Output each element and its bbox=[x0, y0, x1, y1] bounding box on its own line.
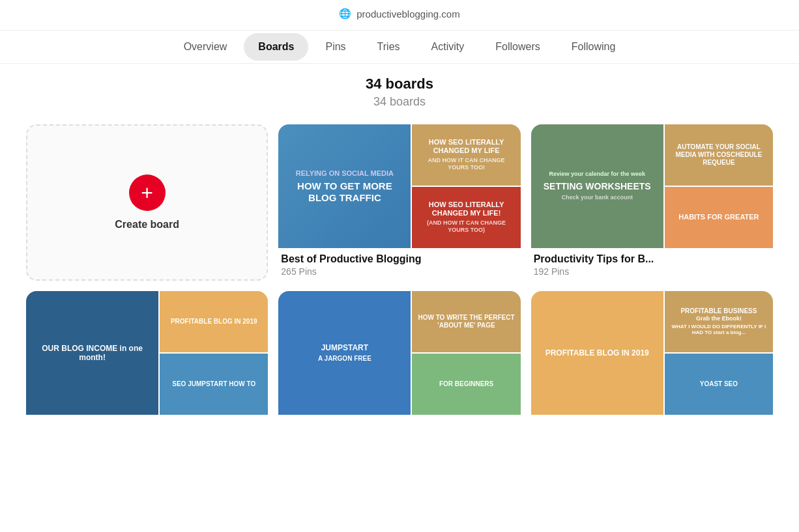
board-images: PROFITABLE BLOG IN 2019 PROFITABLE BUSIN… bbox=[531, 291, 773, 415]
board-title bbox=[29, 420, 265, 433]
board-info bbox=[278, 415, 520, 437]
board-info: Productivity Tips for B... 192 Pins bbox=[531, 248, 773, 279]
boards-grid: + Create board RELYING ON SOCIAL MEDIA H… bbox=[0, 114, 799, 447]
board-img-stack-bottom: YOAST SEO bbox=[665, 354, 773, 415]
tab-followers[interactable]: Followers bbox=[481, 33, 554, 61]
board-images: OUR BLOG INCOME in one month! PROFITABLE… bbox=[26, 291, 268, 415]
board-img-stack-bottom: FOR BEGINNERS bbox=[412, 354, 520, 415]
board-img-stack: PROFITABLE BUSINESS Grab the Ebook! WHAT… bbox=[665, 291, 773, 415]
board-img-text: RELYING ON SOCIAL MEDIA HOW TO GET MORE … bbox=[278, 124, 411, 248]
board-title bbox=[281, 420, 517, 433]
board-card-blog-income[interactable]: OUR BLOG INCOME in one month! PROFITABLE… bbox=[26, 291, 268, 437]
board-images: Review your calendar for the week SETTIN… bbox=[531, 124, 773, 248]
boards-count-primary: 34 boards bbox=[0, 76, 799, 92]
board-img-main: PROFITABLE BLOG IN 2019 bbox=[531, 291, 663, 415]
board-info bbox=[26, 415, 268, 437]
board-img-stack-top: PROFITABLE BLOG IN 2019 bbox=[160, 291, 268, 352]
boards-count-section: 34 boards 34 boards bbox=[0, 64, 799, 114]
tab-activity[interactable]: Activity bbox=[417, 33, 479, 61]
website-bar: 🌐 productiveblogging.com bbox=[0, 0, 799, 31]
board-card-profitable-business[interactable]: PROFITABLE BLOG IN 2019 PROFITABLE BUSIN… bbox=[531, 291, 773, 437]
board-img-stack: AUTOMATE YOUR SOCIAL MEDIA WITH COSCHEDU… bbox=[665, 124, 773, 248]
board-images: RELYING ON SOCIAL MEDIA HOW TO GET MORE … bbox=[278, 124, 520, 248]
board-title: Productivity Tips for B... bbox=[534, 253, 770, 265]
board-img-stack-top: HOW SEO LITERALLY CHANGED MY LIFE AND HO… bbox=[412, 124, 520, 186]
board-card-seo-jumpstart[interactable]: JUMPSTART A JARGON FREE HOW TO WRITE THE… bbox=[278, 291, 520, 437]
board-card-best-productive-blogging[interactable]: RELYING ON SOCIAL MEDIA HOW TO GET MORE … bbox=[278, 124, 520, 281]
boards-count-secondary: 34 boards bbox=[0, 95, 799, 109]
board-img-main: OUR BLOG INCOME in one month! bbox=[26, 291, 158, 415]
create-board-label: Create board bbox=[115, 219, 179, 231]
board-card-productivity-tips[interactable]: Review your calendar for the week SETTIN… bbox=[531, 124, 773, 281]
board-info: Best of Productive Blogging 265 Pins bbox=[278, 248, 520, 279]
globe-icon: 🌐 bbox=[339, 8, 351, 20]
website-link[interactable]: 🌐 productiveblogging.com bbox=[339, 8, 459, 20]
board-img-stack: PROFITABLE BLOG IN 2019 SEO JUMPSTART HO… bbox=[160, 291, 268, 415]
board-info bbox=[531, 415, 773, 437]
board-title bbox=[534, 420, 770, 433]
create-board-card[interactable]: + Create board bbox=[26, 124, 268, 281]
board-img-stack-top: HOW TO WRITE THE PERFECT 'ABOUT ME' PAGE bbox=[412, 291, 520, 352]
tab-tries[interactable]: Tries bbox=[363, 33, 414, 61]
board-img-stack-top: PROFITABLE BUSINESS Grab the Ebook! WHAT… bbox=[665, 291, 773, 352]
website-url: productiveblogging.com bbox=[356, 8, 459, 20]
board-img-stack-top: AUTOMATE YOUR SOCIAL MEDIA WITH COSCHEDU… bbox=[665, 124, 773, 186]
board-img-main: RELYING ON SOCIAL MEDIA HOW TO GET MORE … bbox=[278, 124, 411, 248]
board-pins-count: 192 Pins bbox=[534, 266, 770, 277]
board-img-stack: HOW TO WRITE THE PERFECT 'ABOUT ME' PAGE… bbox=[412, 291, 520, 415]
board-img-stack: HOW SEO LITERALLY CHANGED MY LIFE AND HO… bbox=[412, 124, 520, 248]
board-img-main: Review your calendar for the week SETTIN… bbox=[531, 124, 663, 248]
profile-nav: Overview Boards Pins Tries Activity Foll… bbox=[0, 31, 799, 64]
create-board-plus-icon: + bbox=[129, 175, 166, 211]
board-img-stack-bottom: HOW SEO LITERALLY CHANGED MY LIFE! (AND … bbox=[412, 187, 520, 248]
tab-following[interactable]: Following bbox=[557, 33, 630, 61]
board-pins-count: 265 Pins bbox=[281, 266, 517, 277]
board-images: JUMPSTART A JARGON FREE HOW TO WRITE THE… bbox=[278, 291, 520, 415]
tab-pins[interactable]: Pins bbox=[311, 33, 360, 61]
tab-overview[interactable]: Overview bbox=[169, 33, 242, 61]
board-img-main: JUMPSTART A JARGON FREE bbox=[278, 291, 411, 415]
board-img-stack-bottom: SEO JUMPSTART HOW TO bbox=[160, 354, 268, 415]
board-title: Best of Productive Blogging bbox=[281, 253, 517, 265]
tab-boards[interactable]: Boards bbox=[244, 33, 308, 61]
board-img-stack-bottom: HABITS FOR GREATER bbox=[665, 187, 773, 248]
